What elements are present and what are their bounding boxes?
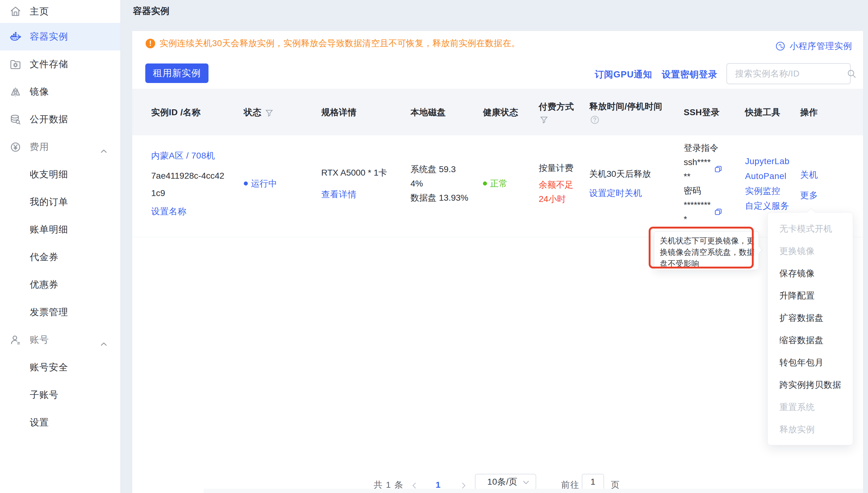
- chevron-left-icon: [411, 482, 418, 489]
- custom-service-link[interactable]: 自定义服务: [745, 198, 789, 213]
- more-link[interactable]: 更多: [800, 188, 818, 202]
- ssh-password-label: 密码: [684, 184, 701, 198]
- sidebar: 主页 容器实例: [0, 0, 120, 493]
- menu-item-save-image[interactable]: 保存镜像: [768, 262, 853, 284]
- ssh-password-masked: ******** *: [684, 198, 711, 227]
- sidebar-item-public-data[interactable]: 公开数据: [0, 106, 120, 133]
- column-header-release-time: 释放时间/停机时间: [589, 89, 684, 135]
- mirror-icon: [9, 86, 22, 98]
- menu-item-reset-system[interactable]: 重置系统: [768, 396, 853, 419]
- cell-instance-id: 内蒙A区 / 708机 7ae411928c-4cc42 1c9 设置名称: [151, 135, 244, 237]
- menu-item-release-instance[interactable]: 释放实例: [768, 419, 853, 441]
- copy-icon[interactable]: [714, 208, 722, 216]
- instance-search-box: [726, 63, 851, 84]
- sidebar-item-label: 主页: [30, 5, 49, 18]
- sidebar-item-label: 公开数据: [30, 113, 68, 126]
- cell-billing: 按量计费 余额不足 24小时: [539, 135, 589, 237]
- balance-warning: 余额不足 24小时: [539, 178, 573, 206]
- goto-page-input[interactable]: 1: [582, 474, 604, 490]
- sidebar-item-images[interactable]: 镜像: [0, 78, 120, 106]
- menu-item-convert-subscription[interactable]: 转包年包月: [768, 351, 853, 374]
- page-size-select[interactable]: 10条/页: [475, 474, 536, 490]
- miniprogram-manage-link[interactable]: 小程序管理实例: [776, 40, 852, 52]
- home-icon: [9, 5, 22, 18]
- menu-item-shrink-disk[interactable]: 缩容数据盘: [768, 329, 853, 351]
- tooltip-text: 关机状态下可更换镜像，更 换镜像会清空系统盘，数据 盘不受影响: [660, 235, 759, 270]
- key-login-link[interactable]: 设置密钥登录: [662, 68, 717, 81]
- jupyterlab-link[interactable]: JupyterLab: [745, 154, 790, 169]
- sidebar-item-file-storage[interactable]: 文件存储: [0, 50, 120, 78]
- shutdown-link[interactable]: 关机: [800, 168, 818, 182]
- sidebar-item-settings[interactable]: 设置: [0, 409, 120, 436]
- ssh-command-label: 登录指令: [684, 141, 718, 155]
- menu-item-cross-instance-copy[interactable]: 跨实例拷贝数据: [768, 374, 853, 396]
- set-name-link[interactable]: 设置名称: [151, 205, 187, 219]
- sidebar-item-sub-account[interactable]: 子账号: [0, 381, 120, 409]
- billing-type: 按量计费: [539, 161, 573, 175]
- sidebar-item-label: 优惠券: [30, 278, 59, 291]
- sidebar-group-account[interactable]: 账号: [0, 326, 120, 353]
- page-size-value: 10条/页: [487, 476, 517, 488]
- warning-icon: !: [146, 39, 155, 48]
- sidebar-item-invoices[interactable]: 发票管理: [0, 299, 120, 326]
- release-warning-alert: ! 实例连续关机30天会释放实例，实例释放会导致数据清空且不可恢复，释放前实例在…: [146, 38, 520, 48]
- filter-icon[interactable]: [265, 109, 273, 117]
- copy-icon[interactable]: [714, 165, 722, 173]
- gpu-spec: RTX A5000 * 1卡: [321, 166, 387, 180]
- more-actions-menu: 无卡模式开机 更换镜像 保存镜像 升降配置 扩容数据盘 缩容数据盘 转包年包月 …: [767, 212, 853, 445]
- rent-new-instance-button[interactable]: 租用新实例: [145, 63, 209, 83]
- subscribe-gpu-link[interactable]: 订阅GPU通知: [595, 68, 652, 81]
- sidebar-item-account-security[interactable]: 账号安全: [0, 353, 120, 381]
- sidebar-item-label: 收支明细: [30, 168, 68, 181]
- chevron-up-icon: [101, 145, 107, 149]
- sidebar-item-vouchers[interactable]: 代金券: [0, 243, 120, 271]
- sidebar-item-coupons[interactable]: 优惠券: [0, 271, 120, 299]
- search-icon[interactable]: [847, 69, 856, 78]
- sidebar-item-label: 文件存储: [30, 58, 68, 71]
- chevron-up-icon: [101, 338, 107, 342]
- sidebar-group-billing[interactable]: 费用: [0, 133, 120, 161]
- sidebar-item-label: 代金券: [30, 251, 59, 263]
- sidebar-item-income-expense[interactable]: 收支明细: [0, 161, 120, 188]
- cell-disk: 系统盘 59.3 4% 数据盘 13.93%: [410, 135, 483, 237]
- cell-status: 运行中: [244, 135, 321, 237]
- menu-item-change-image[interactable]: 更换镜像: [768, 240, 853, 262]
- column-header-ssh: SSH登录: [684, 89, 745, 135]
- region-host-link[interactable]: 内蒙A区 / 708机: [151, 149, 215, 163]
- sidebar-group-label: 账号: [30, 334, 49, 346]
- sidebar-item-label: 容器实例: [30, 30, 68, 43]
- column-header-status: 状态: [244, 89, 321, 135]
- folder-gear-icon: [9, 58, 22, 71]
- help-icon[interactable]: [590, 115, 599, 124]
- column-header-tools: 快捷工具: [745, 89, 800, 135]
- sidebar-group-label: 费用: [30, 141, 49, 153]
- menu-item-no-gpu-boot[interactable]: 无卡模式开机: [768, 218, 853, 240]
- status-dot: [244, 181, 248, 186]
- instance-monitor-link[interactable]: 实例监控: [745, 184, 780, 198]
- sidebar-item-label: 子账号: [30, 389, 59, 401]
- filter-icon[interactable]: [540, 116, 548, 124]
- scheduled-shutdown-link[interactable]: 设置定时关机: [589, 186, 642, 200]
- menu-item-expand-disk[interactable]: 扩容数据盘: [768, 307, 853, 329]
- sidebar-item-my-orders[interactable]: 我的订单: [0, 188, 120, 216]
- horizontal-scrollbar-track[interactable]: [204, 489, 863, 493]
- column-header-health: 健康状态: [483, 89, 539, 135]
- column-header-instance-id: 实例ID /名称: [151, 89, 244, 135]
- search-input[interactable]: [735, 69, 847, 79]
- status-label: 运行中: [251, 176, 277, 191]
- sidebar-item-label: 镜像: [30, 85, 49, 98]
- release-text: 关机30天后释放: [589, 167, 651, 181]
- table-header: 实例ID /名称 状态 规格详情 本地磁盘 健康状态 付费方式 释放时间/停机时…: [132, 89, 863, 135]
- instance-id: 7ae411928c-4cc42 1c9: [151, 167, 224, 202]
- sidebar-item-instances[interactable]: 容器实例: [0, 23, 120, 50]
- sidebar-item-bill-details[interactable]: 账单明细: [0, 216, 120, 243]
- health-label: 正常: [490, 176, 507, 191]
- menu-item-resize-config[interactable]: 升降配置: [768, 284, 853, 307]
- autopanel-link[interactable]: AutoPanel: [745, 169, 786, 184]
- miniprogram-link-label: 小程序管理实例: [790, 40, 852, 52]
- chevron-down-icon: [522, 478, 530, 487]
- sidebar-item-label: 账单明细: [30, 223, 68, 236]
- sidebar-item-home[interactable]: 主页: [0, 0, 120, 23]
- view-detail-link[interactable]: 查看详情: [321, 187, 357, 201]
- cell-ssh: 登录指令 ssh**** ** 密码 ******** *: [684, 135, 745, 237]
